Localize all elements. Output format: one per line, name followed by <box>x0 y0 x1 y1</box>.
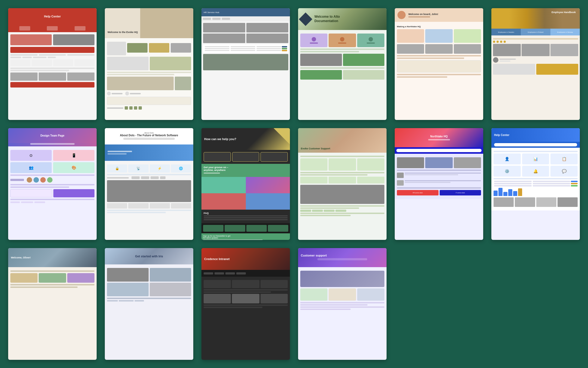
card-how-can-we-help[interactable]: How can we help you? Get your groove on … <box>201 128 290 240</box>
tag-3 <box>33 57 47 58</box>
wol-tile-2 <box>39 273 66 283</box>
help-box-2 <box>329 158 356 171</box>
cn-nav-3 <box>225 272 235 275</box>
cs-tag-1 <box>300 210 311 212</box>
color-tile-4 <box>246 193 290 210</box>
card-13-header: Welcome, Oliver! <box>8 248 97 267</box>
card-8-icons: 🔒 📡 ⚡ 🌐 <box>107 164 191 173</box>
logo-2 <box>141 176 149 179</box>
it-icon <box>125 92 129 95</box>
card-employee-handbook[interactable]: Employee Handbook Employees in Sweden Em… <box>491 8 580 120</box>
hr-img-2 <box>246 23 289 32</box>
card-1-tags <box>10 57 94 58</box>
nk-img-1 <box>397 157 424 168</box>
quick-action-1 <box>300 70 342 80</box>
card-6-title: Employee Handbook <box>552 11 576 14</box>
card-15-img-tiles <box>204 294 288 303</box>
card-11-search <box>396 149 482 152</box>
iris-img-1 <box>107 268 149 282</box>
card-1-content <box>8 32 97 91</box>
card-iris[interactable]: Get started with Iris <box>105 248 193 360</box>
card-12-title: Help Center <box>494 134 509 137</box>
card-9-icons <box>201 150 290 164</box>
card-9-faq: FAQ <box>201 210 290 223</box>
card-4-quick-actions <box>300 70 384 80</box>
icon-3 <box>53 59 73 66</box>
card-evoke-hq[interactable]: Welcome to the Evoke HQ <box>105 8 193 120</box>
help-icon-1 <box>204 152 231 162</box>
logo-3 <box>151 176 159 179</box>
card-onboarding[interactable]: Welcome on board, John! Making a Northla… <box>395 8 483 120</box>
star-3 <box>500 41 502 43</box>
chat-btn-4 <box>268 225 288 232</box>
hr-img-3 <box>203 34 245 43</box>
card-design-team[interactable]: Design Team Page ⊙ 📱 👥 🎨 <box>8 128 97 240</box>
card-help-center-blue[interactable]: Help Center 👤 📊 📋 ⚙️ 🔔 💬 <box>491 128 580 240</box>
card-7-line-2 <box>10 184 94 185</box>
cn-line-3 <box>204 304 288 306</box>
dt-tag-2 <box>21 201 33 203</box>
av-1 <box>27 177 32 183</box>
card-hr-service[interactable]: HR Service Hub <box>201 8 290 120</box>
card-5-img-3 <box>454 44 481 54</box>
card-14-content <box>105 264 193 304</box>
t-line-3 <box>256 46 281 47</box>
star-1 <box>493 41 495 43</box>
card-16-search <box>317 258 367 260</box>
social-4 <box>139 106 142 110</box>
main-grid: Help Center <box>0 0 588 368</box>
link-it <box>125 92 141 95</box>
cs-purple-line-1 <box>300 302 384 303</box>
card-9-title: How can we help you? <box>204 137 236 141</box>
profile-info <box>500 59 578 62</box>
tab-2 <box>212 18 220 20</box>
s-line-5 <box>494 185 532 186</box>
hc-icon-3: 📋 <box>550 153 578 164</box>
cs-purple-line-4 <box>300 309 351 310</box>
si-1 <box>494 181 578 182</box>
card-4-content <box>298 30 387 83</box>
cn-img-3 <box>261 294 288 303</box>
card-5-line-4 <box>397 76 447 78</box>
card-2-banner <box>107 97 191 105</box>
card-about-dots[interactable]: About Dots About Dots - The Future of Ne… <box>105 128 193 240</box>
emp-img-1 <box>493 44 521 56</box>
card-12-img-row <box>494 197 578 207</box>
card-5-imgs <box>397 44 481 54</box>
card-1-bottom-banner <box>10 82 94 88</box>
card-northlake-hq[interactable]: Northlake HQ <box>395 128 483 240</box>
card-1-img-row <box>10 34 94 45</box>
card-2-hero-text: Welcome to the Evoke HQ <box>108 31 138 34</box>
card-welcome-oliver[interactable]: Welcome, Oliver! <box>8 248 97 360</box>
tab-finland: Employees in Finland <box>521 29 550 35</box>
bar-4 <box>508 189 512 196</box>
card-8-small-boxes <box>107 203 191 209</box>
card-5-header: Welcome on board, John! <box>395 8 483 22</box>
card-credence-intranet[interactable]: Credence Intranet <box>201 248 290 360</box>
card-alto-docs[interactable]: Welcome to AltoDocumentation <box>298 8 387 120</box>
line-1 <box>10 54 38 56</box>
card-3-content <box>201 21 290 73</box>
social-label <box>107 107 123 109</box>
card-14-imgs <box>107 268 191 296</box>
t-line-2 <box>231 46 255 47</box>
card-evoke-support[interactable]: Evoke Customer Support <box>298 128 387 240</box>
card-2-hero: Welcome to the Evoke HQ <box>105 8 193 38</box>
t-status <box>282 46 287 47</box>
card-10-tags <box>300 210 384 212</box>
cs-icon-1 <box>300 177 327 183</box>
card-6-profile <box>493 57 578 63</box>
card-4-img-1 <box>300 54 342 66</box>
card-8-line-2 <box>107 210 191 211</box>
si-3 <box>494 185 578 186</box>
card-help-center-red[interactable]: Help Center <box>8 8 97 120</box>
card-8-line-3 <box>107 212 166 213</box>
card-10-line-3 <box>300 174 367 176</box>
card-4-img-2 <box>343 54 385 66</box>
card-customer-support-purple[interactable]: Customer support <box>298 248 387 360</box>
t-status-2 <box>282 48 287 49</box>
news-item-2 <box>53 189 95 197</box>
card-13-title: Welcome, Oliver! <box>11 256 31 259</box>
card-13-content <box>8 267 97 291</box>
card-2-row2 <box>107 57 191 70</box>
